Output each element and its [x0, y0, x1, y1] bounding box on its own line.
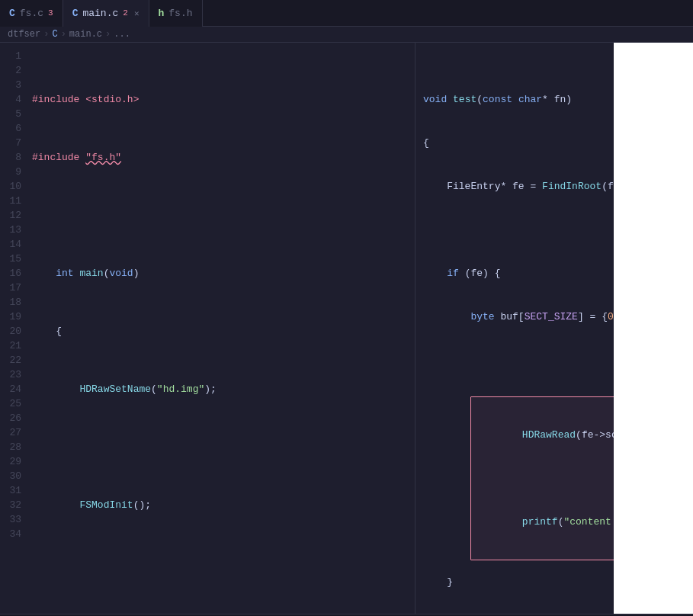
code-line-4: int main(void) — [32, 266, 415, 281]
code-line-9 — [32, 556, 415, 570]
ln-11: 11 — [5, 194, 21, 208]
ln-19: 19 — [5, 310, 21, 324]
breadcrumb-sep3: › — [105, 29, 111, 40]
left-code-area[interactable]: 1 2 3 4 5 6 7 8 9 10 11 12 13 14 15 16 1… — [0, 43, 415, 614]
tab-badge-fs-c: 3 — [48, 8, 53, 18]
tab-label-main-c: main.c — [82, 8, 118, 19]
code-line-3 — [32, 208, 415, 223]
breadcrumb-dtfser: dtfser — [8, 29, 40, 40]
ln-26: 26 — [5, 411, 21, 425]
ln-3: 3 — [5, 78, 21, 92]
tab-icon-c2: C — [72, 8, 79, 19]
tab-icon-h: h — [159, 8, 165, 19]
ln-32: 32 — [5, 498, 21, 512]
tab-badge-main-c: 2 — [123, 8, 128, 18]
ln-28: 28 — [5, 440, 21, 454]
ln-21: 21 — [5, 338, 21, 353]
ln-7: 7 — [5, 136, 21, 150]
ln-22: 22 — [5, 353, 21, 367]
ln-31: 31 — [5, 483, 21, 498]
ln-17: 17 — [5, 281, 21, 295]
ln-23: 23 — [5, 367, 21, 382]
tab-icon-c: C — [9, 8, 15, 19]
ln-25: 25 — [5, 396, 21, 411]
tab-label-fs-c: fs.c — [20, 8, 43, 19]
line-numbers: 1 2 3 4 5 6 7 8 9 10 11 12 13 14 15 16 1… — [0, 43, 29, 614]
ln-4: 4 — [5, 92, 21, 107]
ln-9: 9 — [5, 165, 21, 179]
right-white-popup — [614, 43, 693, 614]
ln-18: 18 — [5, 295, 21, 310]
code-line-5: { — [32, 324, 415, 338]
ln-2: 2 — [5, 63, 21, 78]
tab-bar: C fs.c 3 C main.c 2 ✕ h fs.h — [0, 0, 693, 27]
ln-29: 29 — [5, 454, 21, 469]
ln-16: 16 — [5, 266, 21, 281]
code-line-6: HDRawSetName("hd.img"); — [32, 382, 415, 396]
ln-20: 20 — [5, 324, 21, 338]
code-line-2: #include "fs.h" — [32, 150, 415, 165]
left-editor-panel: 1 2 3 4 5 6 7 8 9 10 11 12 13 14 15 16 1… — [0, 43, 415, 614]
breadcrumb-sep2: › — [61, 29, 66, 40]
ln-34: 34 — [5, 527, 21, 541]
ln-33: 33 — [5, 512, 21, 527]
ln-10: 10 — [5, 179, 21, 194]
breadcrumb-c: C — [52, 29, 57, 40]
breadcrumb: dtfser › C › main.c › ... — [0, 27, 693, 43]
editor-container: 1 2 3 4 5 6 7 8 9 10 11 12 13 14 15 16 1… — [0, 43, 693, 614]
code-line-8: FSModInit(); — [32, 498, 415, 512]
ln-8: 8 — [5, 150, 21, 165]
ln-27: 27 — [5, 425, 21, 440]
code-content-left[interactable]: #include <stdio.h> #include "fs.h" int m… — [29, 43, 415, 614]
ln-15: 15 — [5, 252, 21, 266]
ln-24: 24 — [5, 382, 21, 396]
tab-label-fs-h: fs.h — [168, 8, 192, 19]
breadcrumb-mainc: main.c — [69, 29, 102, 40]
ln-30: 30 — [5, 469, 21, 483]
ln-5: 5 — [5, 107, 21, 121]
tab-close-main-c[interactable]: ✕ — [134, 8, 140, 18]
tab-fs-c[interactable]: C fs.c 3 — [0, 0, 63, 27]
ln-6: 6 — [5, 121, 21, 136]
ln-1: 1 — [5, 49, 21, 63]
breadcrumb-sep1: › — [43, 29, 49, 40]
breadcrumb-ellipsis: ... — [114, 29, 130, 40]
ln-13: 13 — [5, 223, 21, 237]
right-editor-panel: void test(const char* fn) { FileEntry* f… — [415, 43, 693, 614]
code-line-7 — [32, 440, 415, 454]
ln-12: 12 — [5, 208, 21, 223]
code-line-1: #include <stdio.h> — [32, 92, 415, 107]
tab-fs-h[interactable]: h fs.h — [149, 0, 203, 27]
ln-14: 14 — [5, 237, 21, 252]
tab-main-c[interactable]: C main.c 2 ✕ — [63, 0, 149, 27]
